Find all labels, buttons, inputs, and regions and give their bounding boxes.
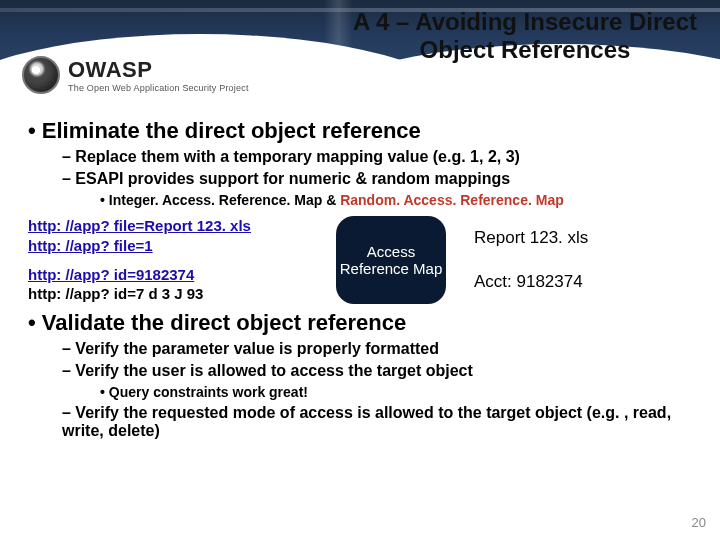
owasp-logo: OWASP The Open Web Application Security … <box>22 56 249 94</box>
page-number: 20 <box>692 515 706 530</box>
owasp-logo-subtitle: The Open Web Application Security Projec… <box>68 83 249 93</box>
text-amp: & <box>322 192 340 208</box>
slide-title: A 4 – Avoiding Insecure Direct Object Re… <box>340 8 710 63</box>
owasp-logo-icon <box>22 56 60 94</box>
bullet-esapi: ESAPI provides support for numeric & ran… <box>62 170 700 188</box>
example-row: http: //app? file=Report 123. xls http: … <box>28 216 700 304</box>
target-acct: Acct: 9182374 <box>474 272 644 292</box>
example-targets: Report 123. xls Acct: 9182374 <box>474 216 644 304</box>
bullet-maps: Integer. Access. Reference. Map & Random… <box>100 192 700 208</box>
owasp-logo-text: OWASP <box>68 57 249 83</box>
target-report: Report 123. xls <box>474 228 644 248</box>
bullet-validate: Validate the direct object reference <box>28 310 700 336</box>
example-text-id-rand: http: //app? id=7 d 3 J 93 <box>28 285 203 302</box>
bullet-verify-format: Verify the parameter value is properly f… <box>62 340 700 358</box>
text-random-map: Random. Access. Reference. Map <box>340 192 564 208</box>
example-link-file-1[interactable]: http: //app? file=1 <box>28 236 308 256</box>
slide-body: Eliminate the direct object reference Re… <box>28 118 700 444</box>
example-link-file-report[interactable]: http: //app? file=Report 123. xls <box>28 216 308 236</box>
bullet-query-constraints: Query constraints work great! <box>100 384 700 400</box>
example-link-id-num[interactable]: http: //app? id=9182374 <box>28 265 308 285</box>
text-integer-map: Integer. Access. Reference. Map <box>109 192 322 208</box>
bullet-verify-user: Verify the user is allowed to access the… <box>62 362 700 380</box>
example-urls: http: //app? file=Report 123. xls http: … <box>28 216 308 304</box>
bullet-eliminate: Eliminate the direct object reference <box>28 118 700 144</box>
access-reference-map-bubble: Access Reference Map <box>336 216 446 304</box>
bullet-verify-mode: Verify the requested mode of access is a… <box>62 404 700 440</box>
bullet-replace-mapping: Replace them with a temporary mapping va… <box>62 148 700 166</box>
